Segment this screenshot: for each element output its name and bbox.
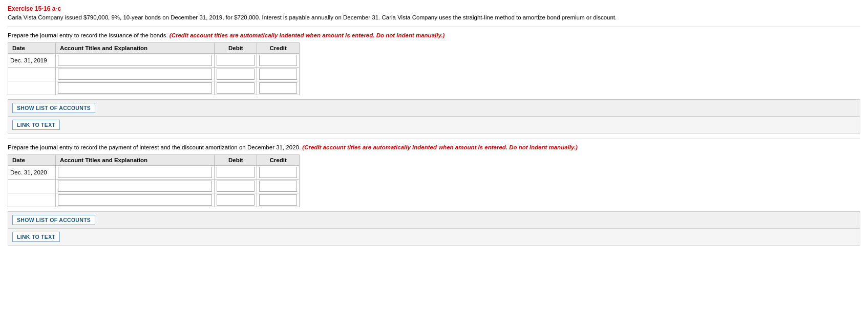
row2-credit-a (257, 68, 300, 81)
row2-debit-input-b[interactable] (217, 181, 255, 192)
row3-account-a (56, 81, 215, 95)
exercise-description: Carla Vista Company issued $790,000, 9%,… (8, 14, 860, 20)
row1-date-a: Dec. 31, 2019 (8, 54, 56, 68)
row3-credit-input-b[interactable] (259, 194, 297, 206)
col-header-credit-b: Credit (257, 155, 300, 166)
row3-debit-b (215, 193, 257, 207)
row1-debit-a (215, 54, 257, 68)
row2-debit-input-a[interactable] (217, 69, 255, 80)
col-header-date-b: Date (8, 155, 56, 166)
row1-credit-b (257, 166, 300, 180)
table-row (8, 68, 300, 81)
link-to-text-button-a[interactable]: LINK TO TEXT (12, 120, 60, 130)
col-header-date-a: Date (8, 43, 56, 54)
row1-debit-input-a[interactable] (217, 55, 255, 66)
table-row: Dec. 31, 2019 (8, 54, 300, 68)
row3-credit-a (257, 81, 300, 95)
table-row: Dec. 31, 2020 (8, 166, 300, 180)
row2-account-input-b[interactable] (58, 181, 212, 192)
row2-date-b (8, 180, 56, 193)
table-row (8, 193, 300, 207)
row2-account-a (56, 68, 215, 81)
row1-credit-input-b[interactable] (259, 167, 297, 178)
row3-date-b (8, 193, 56, 207)
row1-debit-b (215, 166, 257, 180)
col-header-debit-a: Debit (215, 43, 257, 54)
row2-account-b (56, 180, 215, 193)
row3-date-a (8, 81, 56, 95)
link-to-text-row-a: LINK TO TEXT (8, 117, 860, 134)
section-b-instruction: Prepare the journal entry to record the … (8, 144, 860, 150)
row2-debit-b (215, 180, 257, 193)
section-a: Prepare the journal entry to record the … (8, 32, 860, 134)
row3-account-input-b[interactable] (58, 194, 212, 206)
row2-credit-input-b[interactable] (259, 181, 297, 192)
col-header-debit-b: Debit (215, 155, 257, 166)
row3-debit-input-a[interactable] (217, 82, 255, 94)
row1-account-input-b[interactable] (58, 167, 212, 178)
row1-debit-input-b[interactable] (217, 167, 255, 178)
row3-debit-a (215, 81, 257, 95)
row2-date-a (8, 68, 56, 81)
show-accounts-row-a: SHOW LIST OF ACCOUNTS (8, 99, 860, 117)
row3-credit-b (257, 193, 300, 207)
col-header-account-b: Account Titles and Explanation (56, 155, 215, 166)
row1-account-input-a[interactable] (58, 55, 212, 66)
row3-debit-input-b[interactable] (217, 194, 255, 206)
link-to-text-row-b: LINK TO TEXT (8, 229, 860, 246)
col-header-credit-a: Credit (257, 43, 300, 54)
row1-account-a (56, 54, 215, 68)
exercise-title: Exercise 15-16 a-c (8, 5, 860, 12)
section-divider-middle (8, 139, 860, 139)
row3-account-input-a[interactable] (58, 82, 212, 94)
show-accounts-button-a[interactable]: SHOW LIST OF ACCOUNTS (12, 103, 95, 113)
show-accounts-button-b[interactable]: SHOW LIST OF ACCOUNTS (12, 215, 95, 225)
section-b-table: Date Account Titles and Explanation Debi… (8, 154, 300, 207)
row3-account-b (56, 193, 215, 207)
row1-account-b (56, 166, 215, 180)
row1-credit-input-a[interactable] (259, 55, 297, 66)
col-header-account-a: Account Titles and Explanation (56, 43, 215, 54)
row2-credit-b (257, 180, 300, 193)
table-row (8, 81, 300, 95)
link-to-text-button-b[interactable]: LINK TO TEXT (12, 232, 60, 242)
row2-credit-input-a[interactable] (259, 69, 297, 80)
section-b: Prepare the journal entry to record the … (8, 144, 860, 246)
row3-credit-input-a[interactable] (259, 82, 297, 94)
show-accounts-row-b: SHOW LIST OF ACCOUNTS (8, 211, 860, 229)
row1-credit-a (257, 54, 300, 68)
section-a-table: Date Account Titles and Explanation Debi… (8, 42, 300, 95)
table-row (8, 180, 300, 193)
row1-date-b: Dec. 31, 2020 (8, 166, 56, 180)
section-divider-top (8, 27, 860, 27)
section-a-instruction: Prepare the journal entry to record the … (8, 32, 860, 38)
row2-account-input-a[interactable] (58, 69, 212, 80)
row2-debit-a (215, 68, 257, 81)
